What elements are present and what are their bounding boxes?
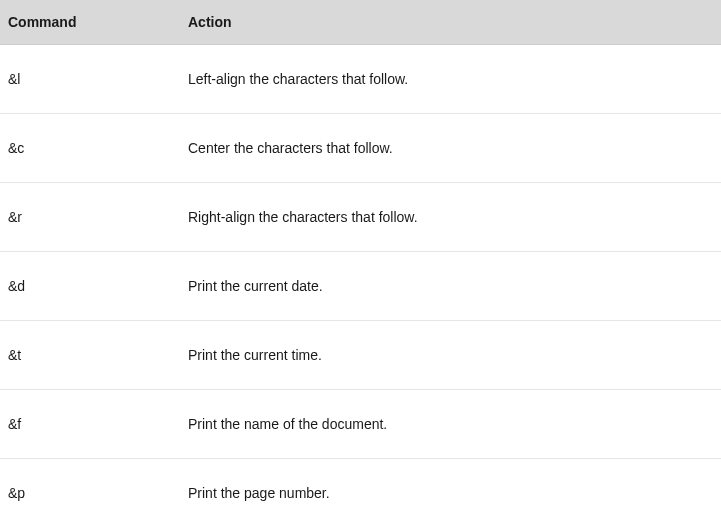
command-cell: &t (0, 321, 180, 390)
table-header-row: Command Action (0, 0, 721, 45)
table-row: &c Center the characters that follow. (0, 114, 721, 183)
header-action: Action (180, 0, 721, 45)
command-cell: &c (0, 114, 180, 183)
table-row: &l Left-align the characters that follow… (0, 45, 721, 114)
command-cell: &f (0, 390, 180, 459)
table-row: &r Right-align the characters that follo… (0, 183, 721, 252)
command-cell: &p (0, 459, 180, 523)
action-cell: Center the characters that follow. (180, 114, 721, 183)
header-command: Command (0, 0, 180, 45)
action-cell: Left-align the characters that follow. (180, 45, 721, 114)
commands-table: Command Action &l Left-align the charact… (0, 0, 721, 522)
command-cell: &l (0, 45, 180, 114)
command-cell: &r (0, 183, 180, 252)
table-row: &p Print the page number. (0, 459, 721, 523)
action-cell: Print the name of the document. (180, 390, 721, 459)
action-cell: Right-align the characters that follow. (180, 183, 721, 252)
table-row: &t Print the current time. (0, 321, 721, 390)
action-cell: Print the current time. (180, 321, 721, 390)
action-cell: Print the page number. (180, 459, 721, 523)
table-row: &f Print the name of the document. (0, 390, 721, 459)
table-row: &d Print the current date. (0, 252, 721, 321)
action-cell: Print the current date. (180, 252, 721, 321)
command-cell: &d (0, 252, 180, 321)
